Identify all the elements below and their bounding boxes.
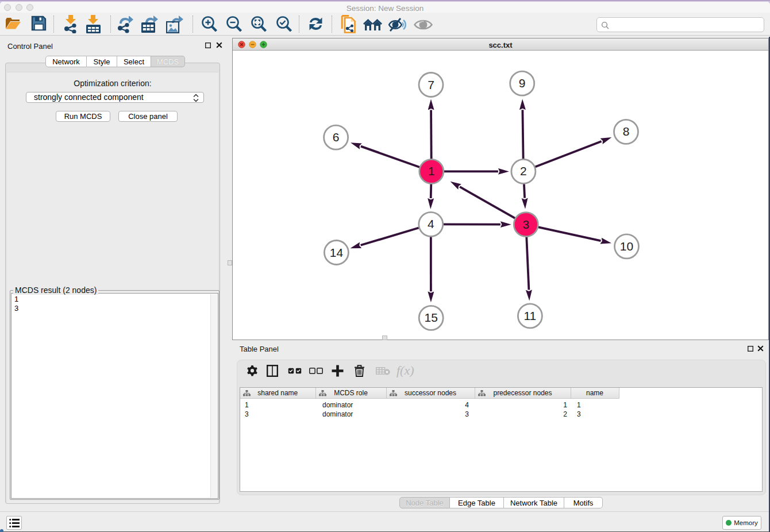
svg-text:1: 1 (428, 164, 435, 178)
svg-text:14: 14 (330, 246, 344, 259)
svg-text:6: 6 (333, 130, 340, 144)
svg-text:9: 9 (519, 76, 526, 90)
svg-text:7: 7 (428, 78, 434, 91)
svg-text:10: 10 (620, 240, 633, 253)
svg-text:8: 8 (623, 125, 630, 138)
svg-text:4: 4 (428, 217, 434, 230)
svg-text:3: 3 (522, 218, 529, 231)
svg-text:11: 11 (523, 309, 536, 322)
svg-text:2: 2 (520, 164, 527, 178)
svg-text:15: 15 (425, 311, 438, 324)
